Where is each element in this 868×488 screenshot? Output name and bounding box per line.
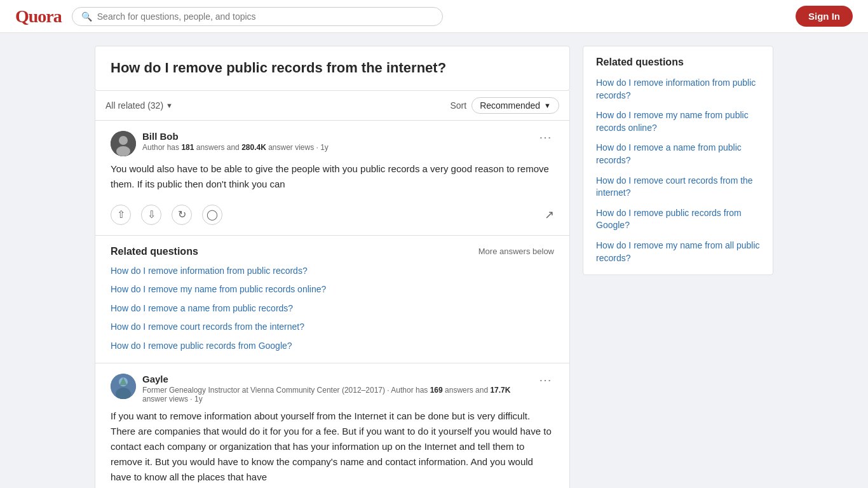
author-details-2: Gayle Former Genealogy Instructor at Vie…	[142, 374, 536, 403]
related-inline-title: Related questions	[111, 246, 198, 257]
sign-in-button[interactable]: Sign In	[796, 6, 853, 27]
sidebar-link-6[interactable]: How do I remove my name from all public …	[596, 240, 760, 263]
question-box: How do I remove public records from the …	[95, 46, 570, 91]
list-item: How do I remove court records from the i…	[111, 321, 554, 334]
author-meta: Author has 181 answers and 280.4K answer…	[142, 143, 329, 152]
left-content: How do I remove public records from the …	[95, 46, 570, 488]
related-link-3[interactable]: How do I remove a name from public recor…	[111, 303, 293, 313]
author-details: Bill Bob Author has 181 answers and 280.…	[142, 131, 329, 152]
author-info: Bill Bob Author has 181 answers and 280.…	[111, 131, 329, 156]
svg-point-2	[116, 146, 130, 156]
avatar-gayle	[111, 374, 136, 399]
related-inline-card: Related questions More answers below How…	[95, 236, 570, 363]
related-inline-header: Related questions More answers below	[111, 246, 554, 257]
list-item: How do I remove my name from public reco…	[111, 283, 554, 296]
svg-point-1	[119, 136, 128, 145]
more-options-button[interactable]: ⋯	[536, 131, 554, 144]
sidebar-link-1[interactable]: How do I remove information from public …	[596, 78, 756, 100]
sort-value: Recommended	[480, 100, 540, 111]
more-options-button-2[interactable]: ⋯	[536, 374, 554, 386]
main-layout: How do I remove public records from the …	[85, 46, 783, 488]
related-link-4[interactable]: How do I remove court records from the i…	[111, 322, 304, 332]
search-icon: 🔍	[81, 11, 92, 22]
answer-text-2: If you want to remove information about …	[111, 409, 554, 485]
avatar-bill-bob	[111, 131, 136, 156]
upvote-button[interactable]: ⇧	[111, 205, 131, 225]
share-button[interactable]: ↗	[545, 208, 554, 222]
sidebar-title: Related questions	[596, 57, 760, 68]
list-item: How do I remove court records from the i…	[596, 175, 760, 200]
comment-button[interactable]: ◯	[202, 205, 222, 225]
action-left: ⇧ ⇩ ↻ ◯	[111, 205, 222, 225]
author-name[interactable]: Bill Bob	[142, 131, 329, 142]
sidebar-link-2[interactable]: How do I remove my name from public reco…	[596, 110, 749, 133]
list-item: How do I remove public records from Goog…	[111, 340, 554, 353]
right-sidebar: Related questions How do I remove inform…	[583, 46, 773, 488]
related-link-2[interactable]: How do I remove my name from public reco…	[111, 284, 326, 294]
search-bar: 🔍	[72, 7, 444, 26]
sort-section: Sort Recommended ▼	[450, 97, 559, 114]
chevron-down-icon: ▼	[166, 102, 173, 109]
search-input[interactable]	[97, 11, 434, 22]
answer-actions: ⇧ ⇩ ↻ ◯ ↗	[111, 200, 554, 225]
author-info-2: Gayle Former Genealogy Instructor at Vie…	[111, 374, 536, 403]
answer-card-gayle: Gayle Former Genealogy Instructor at Vie…	[95, 363, 570, 488]
list-item: How do I remove my name from public reco…	[596, 109, 760, 134]
all-related-dropdown[interactable]: All related (32) ▼	[105, 100, 173, 111]
author-name-2[interactable]: Gayle	[142, 374, 536, 384]
sidebar-link-4[interactable]: How do I remove court records from the i…	[596, 175, 753, 198]
list-item: How do I remove information from public …	[111, 265, 554, 278]
sidebar-box: Related questions How do I remove inform…	[583, 46, 773, 275]
answer-text: You would also have to be able to give t…	[111, 161, 554, 192]
header: Quora 🔍 Sign In	[0, 0, 868, 33]
chevron-down-icon: ▼	[544, 102, 551, 109]
list-item: How do I remove public records from Goog…	[596, 207, 760, 232]
sort-label: Sort	[450, 100, 466, 111]
sidebar-links-list: How do I remove information from public …	[596, 77, 760, 264]
refresh-button[interactable]: ↻	[172, 205, 192, 225]
answer-card-bill-bob: Bill Bob Author has 181 answers and 280.…	[95, 121, 570, 236]
all-related-label: All related (32)	[105, 100, 163, 111]
list-item: How do I remove my name from all public …	[596, 240, 760, 264]
question-title: How do I remove public records from the …	[111, 59, 554, 78]
sidebar-link-3[interactable]: How do I remove a name from public recor…	[596, 142, 742, 165]
related-link-5[interactable]: How do I remove public records from Goog…	[111, 341, 292, 351]
list-item: How do I remove a name from public recor…	[111, 302, 554, 315]
answer-header: Bill Bob Author has 181 answers and 280.…	[111, 131, 554, 156]
sort-bar: All related (32) ▼ Sort Recommended ▼	[95, 91, 570, 121]
sort-dropdown[interactable]: Recommended ▼	[471, 97, 559, 114]
related-link-1[interactable]: How do I remove information from public …	[111, 266, 308, 276]
answer-header-2: Gayle Former Genealogy Instructor at Vie…	[111, 374, 554, 403]
list-item: How do I remove information from public …	[596, 77, 760, 102]
downvote-button[interactable]: ⇩	[141, 205, 161, 225]
more-answers-below: More answers below	[478, 247, 554, 256]
list-item: How do I remove a name from public recor…	[596, 142, 760, 166]
sidebar-link-5[interactable]: How do I remove public records from Goog…	[596, 208, 742, 231]
logo[interactable]: Quora	[15, 6, 62, 27]
author-meta-2: Former Genealogy Instructor at Vienna Co…	[142, 386, 536, 403]
related-inline-list: How do I remove information from public …	[111, 265, 554, 353]
